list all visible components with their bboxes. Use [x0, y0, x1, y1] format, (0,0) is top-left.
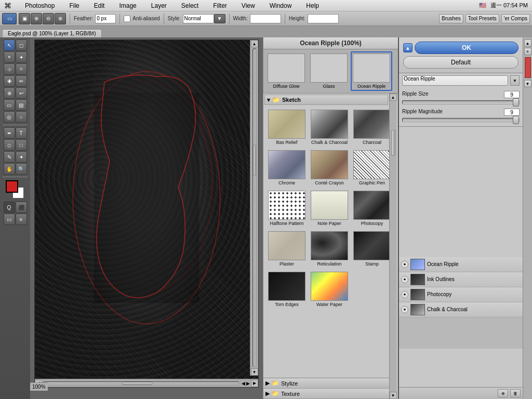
eraser-tool[interactable]: ▭ [4, 99, 15, 111]
default-button[interactable]: Default [403, 56, 518, 69]
menu-photoshop[interactable]: Photoshop [22, 1, 58, 10]
filter-bas-relief[interactable]: Bas Relief [267, 108, 307, 147]
screen-mode-btn[interactable]: ▭ [4, 214, 15, 225]
menu-view[interactable]: View [238, 1, 258, 10]
ripple-size-thumb[interactable] [513, 98, 519, 107]
filter-list[interactable]: ▾ 📁 Sketch Bas Relief Chalk & Charcoal [263, 94, 389, 378]
next-frame-btn[interactable]: ▶ [246, 381, 250, 386]
add-selection-btn[interactable]: ⊕ [31, 13, 42, 24]
slice-tool[interactable]: ⌗ [16, 63, 27, 75]
ripple-magnitude-thumb[interactable] [513, 116, 519, 124]
history-brush-tool[interactable]: ↩ [16, 87, 27, 99]
eyedropper-tool[interactable]: ✦ [16, 151, 27, 163]
anti-aliased-checkbox[interactable] [124, 14, 130, 23]
re-btn-3[interactable]: ▼ [524, 80, 531, 87]
feather-input[interactable] [95, 14, 116, 23]
new-selection-btn[interactable]: ▣ [19, 13, 30, 24]
filter-chalk-charcoal[interactable]: Chalk & Charcoal [309, 108, 350, 147]
filter-conte-crayon[interactable]: Conté Crayon [309, 149, 350, 187]
menu-image[interactable]: Image [116, 1, 139, 10]
brushes-tab[interactable]: Brushes [439, 14, 463, 23]
filter-thumb-diffuse-glow[interactable]: Diffuse Glow [265, 51, 307, 91]
eye-chalk-charcoal[interactable]: ● [401, 306, 408, 313]
crop-tool[interactable]: ⊹ [4, 63, 15, 75]
clone-stamp-tool[interactable]: ⊕ [4, 87, 15, 99]
expand-btn[interactable]: ▲ [403, 43, 413, 52]
hand-tool[interactable]: ✋ [4, 163, 15, 175]
filter-scrollbar[interactable]: ▲ ▼ [389, 94, 396, 399]
filter-stamp[interactable]: Stamp [352, 230, 389, 268]
er-comps-tab[interactable]: 'er Comps [501, 14, 530, 23]
move-tool[interactable]: ↖ [4, 39, 15, 51]
filter-thumb-ocean-ripple[interactable]: Ocean Ripple [351, 51, 392, 91]
menu-layer[interactable]: Layer [148, 1, 170, 10]
canvas-image[interactable] [35, 40, 258, 387]
menu-edit[interactable]: Edit [91, 1, 108, 10]
width-input[interactable] [250, 14, 281, 23]
height-input[interactable] [308, 14, 339, 23]
eye-photocopy[interactable]: ● [401, 291, 408, 298]
scroll-h-thumb[interactable] [122, 382, 153, 385]
scroll-down-btn[interactable]: ▼ [251, 368, 258, 376]
gradient-tool[interactable]: ▤ [16, 99, 27, 111]
texture-category[interactable]: ▶ 📁 Texture [263, 389, 389, 399]
eye-ink-outlines[interactable]: ● [401, 276, 408, 283]
re-btn-2[interactable]: ≡ [524, 48, 531, 55]
brush-tool[interactable]: ✏ [16, 75, 27, 87]
healing-tool[interactable]: ✚ [4, 75, 15, 87]
add-effect-btn[interactable]: ⊕ [498, 389, 508, 397]
ripple-size-track[interactable] [402, 100, 520, 104]
menu-filter[interactable]: Filter [210, 1, 230, 10]
layer-chalk-charcoal[interactable]: ● Chalk & Charcoal [399, 302, 523, 317]
filter-torn-edges[interactable]: Torn Edges [267, 270, 307, 309]
menu-window[interactable]: Window [267, 1, 295, 10]
subtract-selection-btn[interactable]: ⊖ [43, 13, 54, 24]
filter-note-paper[interactable]: Note Paper [309, 189, 350, 228]
type-tool[interactable]: T [16, 127, 27, 139]
prev-frame-btn[interactable]: ◀ [242, 381, 245, 386]
style-dropdown-btn[interactable]: ▼ [214, 14, 225, 23]
filter-scroll-up[interactable]: ▲ [390, 94, 397, 101]
delete-effect-btn[interactable]: 🗑 [510, 389, 521, 397]
magic-wand-tool[interactable]: ✦ [16, 51, 27, 63]
scroll-right-btn[interactable]: ▶ [251, 380, 258, 387]
filter-charcoal[interactable]: Charcoal [352, 108, 389, 147]
pen-tool[interactable]: ✒ [4, 127, 15, 139]
scroll-v-thumb[interactable] [253, 144, 256, 176]
filter-scroll-down[interactable]: ▼ [390, 392, 397, 399]
filter-chrome[interactable]: Chrome [267, 149, 307, 187]
filter-reticulation[interactable]: Reticulation [309, 230, 350, 268]
standard-mode-btn[interactable]: ⬛ [16, 202, 27, 213]
layer-photocopy[interactable]: ● Photocopy [399, 287, 523, 302]
canvas-scrollbar-horizontal[interactable]: ◀ ◀ ▶ ▶ [35, 379, 258, 387]
filter-graphic-pen[interactable]: Graphic Pen [352, 149, 389, 187]
canvas-scrollbar-vertical[interactable]: ▲ ▼ [250, 40, 258, 376]
scroll-h-track[interactable] [43, 381, 240, 385]
filter-thumb-glass[interactable]: Glass [308, 51, 350, 91]
foreground-color[interactable] [6, 180, 18, 193]
filter-scroll-thumb[interactable] [391, 130, 395, 156]
layer-ink-outlines[interactable]: ● Ink Outlines [399, 272, 523, 287]
filter-photocopy[interactable]: Photocopy [352, 189, 389, 228]
tool-presets-tab[interactable]: Tool Presets [466, 14, 499, 23]
filter-scroll-track[interactable] [391, 101, 395, 392]
ripple-size-input[interactable] [504, 91, 520, 98]
filter-plaster[interactable]: Plaster [267, 230, 307, 268]
scroll-v-track[interactable] [252, 48, 257, 367]
lasso-tool[interactable]: ⌖ [4, 51, 15, 63]
selection-tool[interactable]: ◻ [16, 39, 27, 51]
dodge-tool[interactable]: ○ [16, 111, 27, 123]
document-tab[interactable]: Eagle.psd @ 100% (Layer 1, RGB/8#) [2, 29, 102, 37]
selection-tool-btn[interactable]: ▭ [2, 13, 17, 24]
intersect-selection-btn[interactable]: ⊗ [55, 13, 66, 24]
re-btn-1[interactable]: ▲ [524, 39, 531, 47]
stylize-category[interactable]: ▶ 📁 Stylize [263, 378, 389, 389]
filter-water-paper[interactable]: Water Paper [309, 270, 350, 309]
layer-ocean-ripple[interactable]: ● Ocean Ripple [399, 257, 523, 272]
menu-file[interactable]: File [66, 1, 82, 10]
sketch-category[interactable]: ▾ 📁 Sketch [264, 95, 388, 105]
eye-ocean-ripple[interactable]: ● [401, 261, 408, 268]
filter-type-dropdown-btn[interactable]: ▼ [510, 75, 520, 86]
shape-tool[interactable]: □ [16, 139, 27, 151]
scroll-up-btn[interactable]: ▲ [251, 40, 258, 47]
